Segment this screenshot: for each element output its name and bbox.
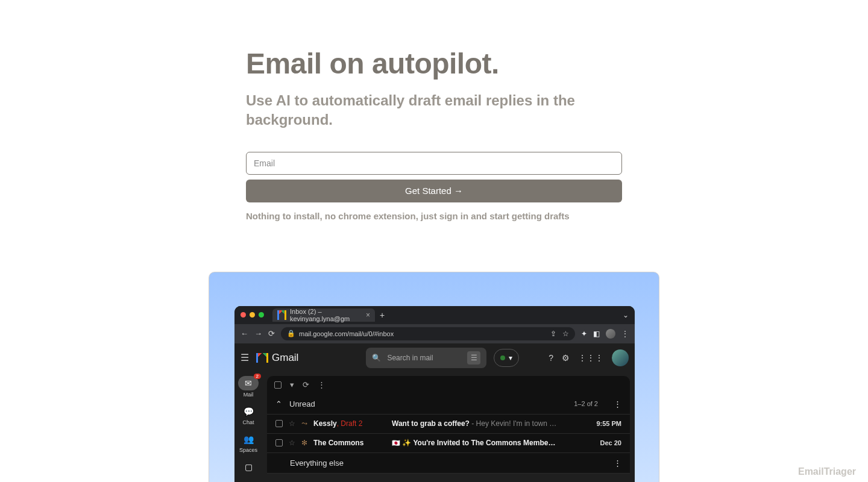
select-all-checkbox [274,381,281,389]
maximize-icon [259,312,264,318]
row-sender: The Commons [313,439,386,447]
search-options-icon: ☰ [467,351,480,365]
row-sender: Kessly, Draft 2 [313,419,386,428]
row-checkbox [275,420,283,427]
browser-tabbar: Inbox (2) – kevinyang.lyna@gm × + ⌄ [234,306,635,324]
row-subject: 🇯🇵 ✨ You're Invited to The Commons Membe… [392,439,594,447]
hero-subnote: Nothing to install, no chrome extension,… [246,211,622,221]
extensions-icon: ✦ [581,330,587,338]
rail-chat: 💬 Chat [242,405,255,425]
more-icon: ⋮ [318,380,326,389]
sidepanel-icon: ◧ [593,330,600,338]
status-pill: ▾ [494,349,519,367]
forward-icon: → [254,329,262,338]
window-traffic-lights [241,312,264,318]
back-icon: ← [241,329,248,338]
apps-icon: ⋮⋮⋮ [578,353,603,363]
hero-subtitle: Use AI to automatically draft email repl… [246,91,622,130]
rail-meet: ▢ [242,460,255,474]
rail-mail-label: Mail [244,392,254,398]
settings-icon: ⚙ [562,353,570,363]
gmail-search: 🔍 Search in mail ☰ [366,348,486,368]
mail-badge: 2 [254,374,261,379]
email-field[interactable] [246,152,622,175]
reload-icon: ⟳ [268,329,275,338]
refresh-icon: ⟳ [303,380,309,389]
gmail-body: ✉ 2 Mail 💬 Chat 👥 Spaces ▢ [234,372,635,482]
close-tab-icon: × [366,311,370,319]
section-menu-icon: ⋮ [614,459,621,468]
gmail-logo: Gmail [256,352,298,364]
section-unread-count: 1–2 of 2 [574,400,598,407]
profile-avatar-icon [606,329,615,339]
gmail-list: ▾ ⟳ ⋮ ⌃ Unread 1–2 of 2 ⋮ ☆ ⤳ Kessly, Dr… [262,372,635,482]
star-icon: ☆ [562,330,569,338]
browser-window: Inbox (2) – kevinyang.lyna@gm × + ⌄ ← → … [234,306,635,482]
section-unread: ⌃ Unread 1–2 of 2 ⋮ [267,394,630,415]
gmail-preview-frame: Inbox (2) – kevinyang.lyna@gm × + ⌄ ← → … [209,272,659,482]
rail-spaces-label: Spaces [239,447,257,453]
section-menu-icon: ⋮ [614,399,621,408]
spaces-icon: 👥 [242,433,255,446]
search-icon: 🔍 [372,354,381,362]
address-bar: 🔒 mail.google.com/mail/u/0/#inbox ⇪ ☆ [281,327,575,340]
meet-icon: ▢ [242,460,255,474]
mail-row: ☆ ✻ The Commons 🇯🇵 ✨ You're Invited to T… [267,434,630,453]
rail-spaces: 👥 Spaces [239,433,257,453]
minimize-icon [250,312,255,318]
share-icon: ⇪ [550,330,556,338]
gmail-header: ☰ Gmail 🔍 Search in mail ☰ ▾ ? ⚙ ⋮⋮⋮ [234,343,635,372]
gmail-m-icon [256,353,268,363]
chevron-down-icon: ▾ [509,354,512,362]
help-icon: ? [549,353,553,363]
browser-tab: Inbox (2) – kevinyang.lyna@gm × [272,308,375,322]
flag-icon: 🇯🇵 [392,439,400,446]
mail-icon: ✉ [242,377,255,390]
section-unread-label: Unread [289,399,315,408]
gmail-rail: ✉ 2 Mail 💬 Chat 👥 Spaces ▢ [234,372,262,482]
status-dot-icon [500,355,505,360]
mail-row: ☆ ⤳ Kessly, Draft 2 Want to grab a coffe… [267,415,630,434]
browser-urlbar: ← → ⟳ 🔒 mail.google.com/mail/u/0/#inbox … [234,324,635,343]
rail-mail: ✉ 2 Mail [238,376,259,398]
star-icon: ☆ [289,439,295,447]
row-subject: Want to grab a coffee? - Hey Kevin! I'm … [392,419,590,428]
section-else-label: Everything else [290,459,344,468]
row-time: Dec 20 [600,439,621,446]
chat-icon: 💬 [242,405,255,418]
menu-icon: ☰ [241,352,249,363]
tab-title: Inbox (2) – kevinyang.lyna@gm [290,308,360,322]
tabs-dropdown-icon: ⌄ [623,311,629,319]
browser-menu-icon: ⋮ [621,330,629,338]
browser-extensions: ✦ ◧ ⋮ [581,329,629,339]
new-tab-icon: + [380,310,385,320]
get-started-button[interactable]: Get Started → [246,180,622,202]
gmail-logo-text: Gmail [272,352,298,364]
section-everything-else: Everything else ⋮ [267,453,630,474]
hero-section: Email on autopilot. Use AI to automatica… [246,0,622,221]
list-toolbar: ▾ ⟳ ⋮ [267,376,630,394]
chevron-down-icon: ▾ [290,380,294,389]
label-icon: ✻ [301,439,307,447]
search-placeholder: Search in mail [387,354,433,362]
label-icon: ⤳ [301,419,307,428]
footer-brand: EmailTriager [798,466,856,477]
lock-icon: 🔒 [287,330,295,337]
row-checkbox [275,439,283,446]
row-time: 9:55 PM [596,420,621,427]
close-icon [241,312,246,318]
rail-chat-label: Chat [242,419,254,425]
star-icon: ☆ [289,419,295,428]
hero-title: Email on autopilot. [246,47,622,80]
chevron-up-icon: ⌃ [275,399,282,408]
gmail-favicon-icon [277,310,286,320]
account-avatar-icon [612,349,629,366]
url-text: mail.google.com/mail/u/0/#inbox [299,330,394,337]
